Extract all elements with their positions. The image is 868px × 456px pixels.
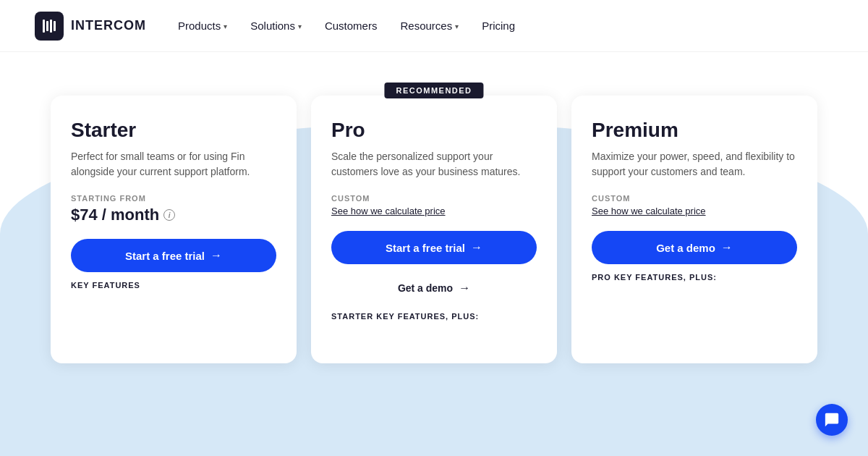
premium-cta-button[interactable]: Get a demo → — [592, 231, 797, 264]
starter-cta-label: Start a free trial — [125, 250, 205, 262]
arrow-right-icon: → — [721, 241, 733, 254]
starter-price-amount: $74 / month — [71, 206, 159, 224]
chevron-down-icon: ▾ — [455, 22, 459, 30]
chevron-down-icon: ▾ — [224, 22, 227, 30]
logo[interactable]: INTERCOM — [35, 12, 146, 41]
premium-card-description: Maximize your power, speed, and flexibil… — [592, 149, 797, 180]
arrow-right-icon: → — [459, 282, 470, 295]
starter-card: Starter Perfect for small teams or for u… — [51, 96, 297, 363]
premium-features-label: PRO KEY FEATURES, PLUS: — [592, 273, 797, 282]
nav-item-products[interactable]: Products ▾ — [169, 14, 236, 38]
pro-card: RECOMMENDED Pro Scale the personalized s… — [311, 96, 557, 363]
starter-price-value: $74 / month i — [71, 206, 276, 224]
premium-price-label: CUSTOM — [592, 194, 797, 203]
nav-pricing-label: Pricing — [482, 20, 515, 32]
nav-solutions-label: Solutions — [250, 20, 295, 32]
recommended-badge: RECOMMENDED — [384, 83, 483, 98]
main-content: Starter Perfect for small teams or for u… — [0, 52, 868, 456]
info-icon[interactable]: i — [163, 209, 175, 221]
premium-cta-label: Get a demo — [656, 242, 715, 254]
pro-features-label: STARTER KEY FEATURES, PLUS: — [331, 312, 537, 321]
pro-card-description: Scale the personalized support your cust… — [331, 149, 537, 180]
pro-cta-primary-label: Start a free trial — [386, 242, 465, 254]
starter-features-label: KEY FEATURES — [71, 281, 276, 290]
nav-item-customers[interactable]: Customers — [316, 14, 386, 38]
svg-rect-0 — [43, 20, 45, 33]
nav-item-solutions[interactable]: Solutions ▾ — [242, 14, 310, 38]
svg-rect-3 — [54, 21, 56, 31]
logo-text: INTERCOM — [71, 18, 146, 33]
pro-price-link[interactable]: See how we calculate price — [331, 206, 537, 216]
arrow-right-icon: → — [471, 241, 482, 254]
logo-icon — [35, 12, 64, 41]
starter-price-label: STARTING FROM — [71, 194, 276, 203]
pro-cta-primary-button[interactable]: Start a free trial → — [331, 231, 537, 264]
navbar: INTERCOM Products ▾ Solutions ▾ Customer… — [0, 0, 868, 52]
starter-card-title: Starter — [71, 119, 276, 142]
chat-bubble-button[interactable] — [816, 404, 848, 436]
pro-card-title: Pro — [331, 119, 537, 142]
pro-price-label: CUSTOM — [331, 194, 537, 203]
nav-customers-label: Customers — [325, 20, 378, 32]
nav-menu: Products ▾ Solutions ▾ Customers Resourc… — [169, 14, 524, 38]
pro-cta-secondary-button[interactable]: Get a demo → — [331, 273, 537, 303]
nav-resources-label: Resources — [400, 20, 452, 32]
nav-products-label: Products — [178, 20, 221, 32]
starter-cta-button[interactable]: Start a free trial → — [71, 239, 276, 272]
premium-price-link[interactable]: See how we calculate price — [592, 206, 797, 216]
nav-item-resources[interactable]: Resources ▾ — [391, 14, 467, 38]
premium-card-title: Premium — [592, 119, 797, 142]
svg-rect-1 — [46, 21, 48, 31]
pricing-cards-container: Starter Perfect for small teams or for u… — [0, 52, 868, 363]
svg-rect-2 — [50, 20, 52, 33]
pro-cta-secondary-label: Get a demo — [398, 282, 453, 294]
nav-item-pricing[interactable]: Pricing — [473, 14, 524, 38]
arrow-right-icon: → — [210, 249, 222, 262]
chevron-down-icon: ▾ — [298, 22, 302, 30]
premium-card: Premium Maximize your power, speed, and … — [571, 96, 817, 363]
starter-card-description: Perfect for small teams or for using Fin… — [71, 149, 276, 180]
